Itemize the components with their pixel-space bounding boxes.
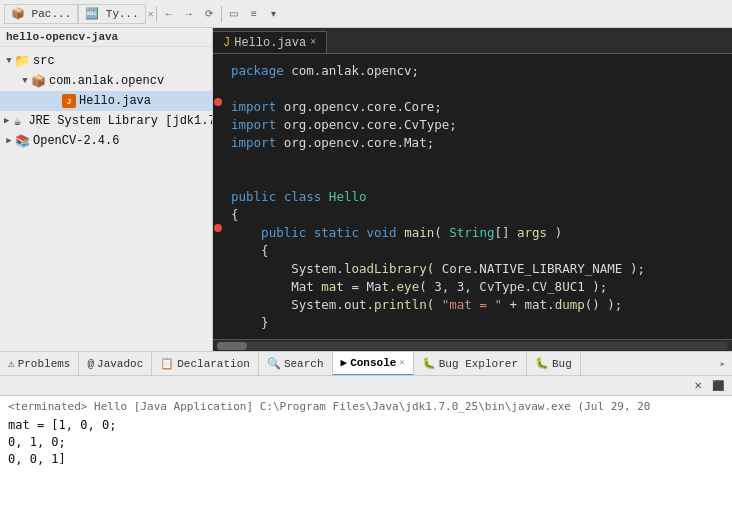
bug-explorer-icon: 🐛 bbox=[422, 357, 436, 370]
editor-tab-icon: J bbox=[223, 36, 230, 50]
code-content-load: System.loadLibrary( Core.NATIVE_LIBRARY_… bbox=[223, 260, 732, 278]
editor-tab-bar: J Hello.java × bbox=[213, 28, 732, 54]
tab-javadoc[interactable]: @ Javadoc bbox=[79, 352, 152, 376]
project-tree: ▼ 📁 src ▼ 📦 com.anlak.opencv J Hello.jav… bbox=[0, 47, 212, 351]
code-line-import2: import org.opencv.core.CvType; bbox=[213, 116, 732, 134]
editor-tab-close[interactable]: × bbox=[310, 37, 316, 48]
forward-button[interactable]: → bbox=[179, 4, 199, 24]
console-label: Console bbox=[350, 357, 396, 369]
code-content-ob2: { bbox=[223, 242, 732, 260]
code-line-close-inner: } bbox=[213, 314, 732, 332]
breakpoint-1 bbox=[214, 98, 222, 106]
chevron-package: ▼ bbox=[20, 76, 30, 86]
tab-console[interactable]: ▶ Console ✕ bbox=[333, 352, 414, 376]
main-area: hello-opencv-java ▼ 📁 src ▼ 📦 com.anlak.… bbox=[0, 28, 732, 351]
code-area[interactable]: package com.anlak.opencv; import org.ope… bbox=[213, 54, 732, 339]
tree-opencv[interactable]: ▶ 📚 OpenCV-2.4.6 bbox=[0, 131, 212, 151]
code-hscrollbar[interactable] bbox=[213, 339, 732, 351]
jre-icon: ☕ bbox=[9, 113, 25, 129]
code-content-ob: { bbox=[223, 206, 732, 224]
javadoc-label: Javadoc bbox=[97, 358, 143, 370]
code-content-print: System.out.println( "mat = " + mat.dump(… bbox=[223, 296, 732, 314]
code-line-main: public static void main( String[] args ) bbox=[213, 224, 732, 242]
bug-label: Bug bbox=[552, 358, 572, 370]
code-line-blank3 bbox=[213, 170, 732, 188]
search-icon: 🔍 bbox=[267, 357, 281, 370]
code-content-imp1: import org.opencv.core.Core; bbox=[223, 98, 732, 116]
code-line-import1: import org.opencv.core.Core; bbox=[213, 98, 732, 116]
tab-bug-explorer[interactable]: 🐛 Bug Explorer bbox=[414, 352, 527, 376]
tree-src[interactable]: ▼ 📁 src bbox=[0, 51, 212, 71]
code-content-imp2: import org.opencv.core.CvType; bbox=[223, 116, 732, 134]
hscroll-thumb[interactable] bbox=[217, 342, 247, 350]
package-explorer-tab[interactable]: 📦 Pac... bbox=[4, 4, 78, 24]
code-content-b3 bbox=[223, 170, 732, 188]
console-toolbar-btn1[interactable]: ✕ bbox=[688, 376, 708, 396]
console-icon: ▶ bbox=[341, 356, 348, 369]
console-header: <terminated> Hello [Java Application] C:… bbox=[8, 400, 724, 413]
tab-problems[interactable]: ⚠ Problems bbox=[0, 352, 79, 376]
code-content-b4 bbox=[223, 332, 732, 339]
code-content-imp3: import org.opencv.core.Mat; bbox=[223, 134, 732, 152]
tree-hello-java[interactable]: J Hello.java bbox=[0, 91, 212, 111]
code-line-import3: import org.opencv.core.Mat; bbox=[213, 134, 732, 152]
code-line-blank1 bbox=[213, 80, 732, 98]
layout-button[interactable]: ▭ bbox=[224, 4, 244, 24]
java-file-icon: J bbox=[62, 94, 76, 108]
package-icon: 📦 bbox=[30, 73, 46, 89]
problems-icon: ⚠ bbox=[8, 357, 15, 370]
package-label: com.anlak.opencv bbox=[49, 74, 164, 88]
tree-jre[interactable]: ▶ ☕ JRE System Library [jdk1.7.0 bbox=[0, 111, 212, 131]
opencv-icon: 📚 bbox=[14, 133, 30, 149]
console-line-3: 0, 0, 1] bbox=[8, 451, 724, 468]
editor-area: J Hello.java × package com.anlak.opencv;… bbox=[213, 28, 732, 351]
tree-package[interactable]: ▼ 📦 com.anlak.opencv bbox=[0, 71, 212, 91]
code-content-b1 bbox=[223, 80, 732, 98]
code-line-class: public class Hello bbox=[213, 188, 732, 206]
tab-scroll-right[interactable]: ▸ bbox=[713, 357, 732, 370]
code-line-blank4 bbox=[213, 332, 732, 339]
gutter-imp1 bbox=[213, 98, 223, 106]
top-toolbar: 📦 Pac... 🔤 Ty... ✕ ← → ⟳ ▭ ≡ ▾ bbox=[0, 0, 732, 28]
bottom-panel: ⚠ Problems @ Javadoc 📋 Declaration 🔍 Sea… bbox=[0, 351, 732, 511]
code-content-class: public class Hello bbox=[223, 188, 732, 206]
editor-tab-hello[interactable]: J Hello.java × bbox=[213, 31, 327, 53]
code-content-mat: Mat mat = Mat.eye( 3, 3, CvType.CV_8UC1 … bbox=[223, 278, 732, 296]
code-line-1: package com.anlak.opencv; bbox=[213, 62, 732, 80]
chevron-hello bbox=[52, 96, 62, 106]
code-line-mat: Mat mat = Mat.eye( 3, 3, CvType.CV_8UC1 … bbox=[213, 278, 732, 296]
code-line-blank2 bbox=[213, 152, 732, 170]
bug-icon: 🐛 bbox=[535, 357, 549, 370]
jre-label: JRE System Library [jdk1.7.0 bbox=[28, 114, 212, 128]
console-content: <terminated> Hello [Java Application] C:… bbox=[0, 396, 732, 511]
opencv-label: OpenCV-2.4.6 bbox=[33, 134, 119, 148]
code-line-open-brace: { bbox=[213, 206, 732, 224]
breakpoint-2 bbox=[214, 224, 222, 232]
tab-bug[interactable]: 🐛 Bug bbox=[527, 352, 581, 376]
code-content-1: package com.anlak.opencv; bbox=[223, 62, 732, 80]
bug-explorer-label: Bug Explorer bbox=[439, 358, 518, 370]
gutter-main bbox=[213, 224, 223, 232]
type-hierarchy-tab[interactable]: 🔤 Ty... bbox=[78, 4, 146, 24]
chevron-opencv: ▶ bbox=[4, 136, 14, 146]
more-button[interactable]: ▾ bbox=[264, 4, 284, 24]
console-close-icon[interactable]: ✕ bbox=[399, 357, 404, 368]
javadoc-icon: @ bbox=[87, 358, 94, 370]
hello-java-label: Hello.java bbox=[79, 94, 151, 108]
src-label: src bbox=[33, 54, 55, 68]
search-label: Search bbox=[284, 358, 324, 370]
chevron-src: ▼ bbox=[4, 56, 14, 66]
project-label: hello-opencv-java bbox=[0, 28, 212, 47]
console-toolbar-btn2[interactable]: ⬛ bbox=[708, 376, 728, 396]
code-line-load: System.loadLibrary( Core.NATIVE_LIBRARY_… bbox=[213, 260, 732, 278]
tab-search[interactable]: 🔍 Search bbox=[259, 352, 333, 376]
refresh-button[interactable]: ⟳ bbox=[199, 4, 219, 24]
menu-button[interactable]: ≡ bbox=[244, 4, 264, 24]
code-line-open-brace2: { bbox=[213, 242, 732, 260]
close-panel-icon[interactable]: ✕ bbox=[148, 8, 154, 20]
tab-declaration[interactable]: 📋 Declaration bbox=[152, 352, 259, 376]
back-button[interactable]: ← bbox=[159, 4, 179, 24]
code-content-ci: } bbox=[223, 314, 732, 332]
declaration-label: Declaration bbox=[177, 358, 250, 370]
code-content-main: public static void main( String[] args ) bbox=[223, 224, 732, 242]
